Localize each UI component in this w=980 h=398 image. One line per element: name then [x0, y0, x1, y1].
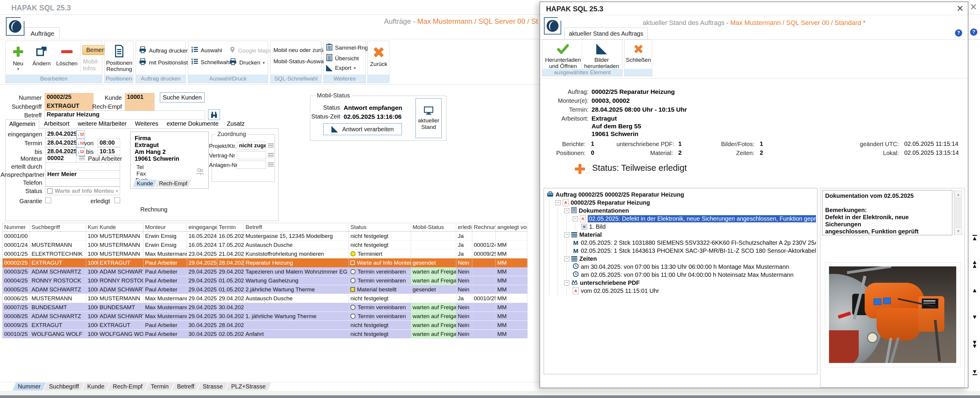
scroll-down-button[interactable]: ▼	[955, 227, 962, 235]
table-row[interactable]: 00009/25EXTRAGUT10001EXTRAGUTPaul Arbeit…	[3, 321, 528, 330]
bottom-filter-tab-kunde[interactable]: Kunde	[82, 382, 110, 390]
status-dropdown[interactable]: Warte auf Info Monteur ▾	[45, 187, 120, 195]
table-row[interactable]: 00007/25BUNDESAMT10008BUNDESAMTMax Muste…	[3, 303, 528, 312]
tab-allgemein[interactable]: Allgemein	[5, 119, 39, 128]
calendar-icon[interactable]: ↓12	[76, 130, 85, 138]
bottom-filter-tab-termin[interactable]: Termin	[145, 382, 174, 390]
delete-button[interactable]: Löschen	[55, 44, 79, 67]
column-header[interactable]: Termin	[217, 223, 244, 232]
documentation-text[interactable]: Dokumentation vom 02.05.2025 Bemerkungen…	[822, 190, 952, 235]
tree-node[interactable]: Avom 02.05.2025 11:15:01 Uhr	[573, 287, 816, 295]
burner-photo[interactable]	[829, 266, 956, 363]
collapse-icon[interactable]: −	[564, 232, 569, 237]
print-with-positions-button[interactable]: mit Positionsliste	[139, 58, 191, 67]
collapse-icon[interactable]: −	[564, 256, 569, 262]
export-button[interactable]: Export ▾	[326, 65, 356, 71]
garantie-checkbox[interactable]	[45, 197, 51, 203]
column-header[interactable]: Rechnung	[473, 223, 496, 232]
tree-node[interactable]: M02.05.2025: 2 Stck 1031880 SIEMENS 5SV3…	[573, 239, 816, 247]
betreff-field[interactable]: Reparatur Heizung	[45, 111, 205, 119]
table-row[interactable]: 00001/25ELEKTROTECHNIK10000MUSTERMANNMax…	[3, 249, 528, 258]
column-header[interactable]: angelegt von	[496, 223, 527, 232]
suchbegriff-field[interactable]: EXTRAGUT	[45, 102, 94, 111]
positions-invoice-button[interactable]: Positionen Rechnung	[106, 43, 132, 72]
table-row[interactable]: 00008/25ADAM SCHWARTZ10002ADAM SCHWARTZM…	[3, 312, 528, 321]
table-row[interactable]: 00006/25MUSTERMANN10000MUSTERMANNMax Mus…	[3, 294, 528, 303]
column-header[interactable]: Nummer	[3, 223, 30, 232]
column-header[interactable]: Suchbegriff	[30, 223, 86, 232]
antwort-verarbeiten-button[interactable]: Antwort verarbeiten	[323, 123, 402, 135]
tree-node[interactable]: −Zeiten	[564, 255, 816, 263]
projekt-field[interactable]: nicht zugeord	[237, 142, 266, 150]
hamburger-icon[interactable]	[268, 143, 274, 147]
hamburger-icon[interactable]	[79, 156, 85, 160]
column-header[interactable]: Mobil-Status	[411, 223, 456, 232]
mobil-status-auswahl-button[interactable]: Mobil-Status-Auswahl	[274, 58, 328, 65]
hamburger-icon[interactable]	[268, 153, 274, 157]
column-header[interactable]: Kunde	[86, 223, 98, 232]
doc-scrollbar[interactable]: ▲ ▼	[954, 190, 962, 235]
von-field[interactable]: 08:00	[97, 139, 120, 147]
bottom-filter-tab-suchbegriff[interactable]: Suchbegriff	[44, 382, 84, 390]
nav-page-up-button[interactable]: ▲▲	[971, 260, 978, 268]
main-close-button[interactable]	[970, 3, 977, 11]
termin-field[interactable]: 28.04.2025	[45, 139, 76, 147]
column-header[interactable]: erledigt	[456, 223, 473, 232]
tab-weiteres[interactable]: Weiteres	[131, 119, 162, 128]
tree-node[interactable]: −Material	[564, 231, 816, 239]
tree-node[interactable]: M02.05.2025: 1 Stck 1643613 PHOENIX SAC-…	[573, 247, 816, 255]
bottom-filter-tab-nummer[interactable]: Nummer	[13, 382, 46, 390]
tab-arbeitsort[interactable]: Arbeitsort	[40, 119, 73, 128]
table-row[interactable]: 00001/0010000MUSTERMANNErwin Emsig16.05.…	[3, 232, 528, 241]
vertrag-field[interactable]	[237, 151, 266, 159]
tree-node[interactable]: am 02.05.2025: von 07:00 bis 11:00 Uhr 0…	[573, 271, 816, 279]
nav-page-down-button[interactable]: ▼▼	[971, 340, 978, 348]
nav-prev-button[interactable]: ▲	[971, 286, 978, 294]
tab-weitere-mitarbeiter[interactable]: weitere Mitarbeiter	[74, 119, 130, 128]
dialog-tab[interactable]: aktueller Stand des Auftrags	[565, 28, 648, 39]
firma-tab-kunde[interactable]: Kunde	[133, 180, 157, 187]
table-row[interactable]: 00004/25RONNY ROSTOCK10007RONNY ROSTOCKP…	[3, 276, 528, 285]
nav-last-button[interactable]: ▼	[971, 368, 978, 376]
overview-button[interactable]: Übersicht	[326, 54, 359, 63]
bis-zeit-field[interactable]: 10:15	[97, 147, 120, 155]
column-header[interactable]: Kunde	[98, 223, 143, 232]
tree-node[interactable]: −A02.05.2025: Defekt in der Elektronik, …	[573, 215, 816, 223]
back-button[interactable]: Zurück	[368, 44, 389, 67]
quick-selection-button[interactable]: Schnellwahl	[191, 58, 231, 66]
tree-node[interactable]: 1. Bild	[581, 223, 816, 231]
bottom-filter-tab-plz-strasse[interactable]: PLZ+Strasse	[226, 382, 271, 390]
new-button[interactable]: Neu ▾	[9, 44, 28, 71]
search-binoculars-button[interactable]	[208, 109, 220, 120]
table-row[interactable]: 00003/25ADAM SCHWARTZ10002ADAM SCHWARTZP…	[3, 267, 528, 276]
sammel-rng-button[interactable]: Sammel-Rng	[326, 43, 368, 52]
column-header[interactable]: Betreff	[244, 223, 349, 232]
column-header[interactable]: eingegangen	[187, 223, 217, 232]
erledigt-checkbox[interactable]	[114, 197, 120, 203]
bottom-filter-tab-strasse[interactable]: Strasse	[197, 382, 228, 390]
download-images-button[interactable]: Bilder herunterladen	[583, 42, 620, 69]
eingegangen-field[interactable]: 29.04.2025	[45, 130, 76, 138]
rech-empf-field[interactable]	[125, 102, 154, 111]
tree-node[interactable]: −A00002/25 Reparatur Heizung	[555, 199, 816, 207]
column-header[interactable]: Status	[349, 223, 411, 232]
tab-zusatz[interactable]: Zusatz	[223, 119, 248, 128]
tree-node[interactable]: −unterschriebene PDF	[564, 279, 816, 287]
tab-externe-dokumente[interactable]: externe Dokumente	[163, 119, 222, 128]
table-row[interactable]: 00010/25WOLFGANG WOLF10006WOLFGANG WOLFP…	[3, 330, 528, 339]
dialog-close-button[interactable]	[956, 5, 964, 12]
download-open-button[interactable]: Herunterladen und Öffnen	[544, 42, 582, 69]
main-help-button[interactable]: ?	[970, 29, 977, 36]
close-dialog-button[interactable]: Schließen	[627, 42, 651, 63]
print-order-button[interactable]: Auftrag drucken	[139, 46, 189, 55]
bottom-filter-tab-rech-empf[interactable]: Rech-Empf	[107, 382, 148, 390]
contacts-icon[interactable]	[196, 168, 204, 176]
firma-tab-rech-empf[interactable]: Rech-Empf	[155, 180, 191, 187]
nav-next-button[interactable]: ▼	[971, 313, 978, 321]
kunde-field[interactable]: 10001	[125, 93, 154, 102]
edit-button[interactable]: Ändern	[30, 44, 52, 67]
erteilt-durch-field[interactable]	[45, 162, 120, 170]
selection-button[interactable]: Auswahl	[191, 46, 222, 54]
hamburger-icon[interactable]	[268, 162, 274, 166]
column-header[interactable]: Monteur	[143, 223, 187, 232]
